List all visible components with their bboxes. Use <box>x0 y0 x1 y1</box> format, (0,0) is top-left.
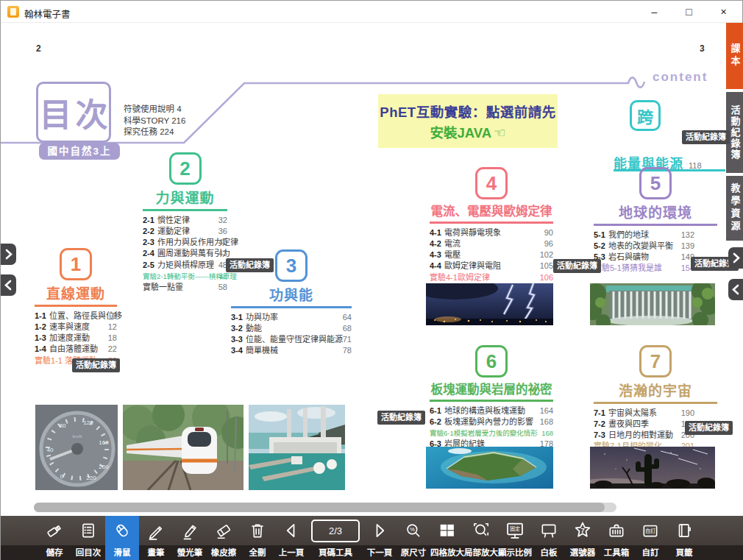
toc-entry[interactable]: 3-1功與功率64 <box>231 312 352 323</box>
page-indicator[interactable]: 2/3 <box>311 520 360 542</box>
maximize-button[interactable]: □ <box>672 1 706 23</box>
chapter-title[interactable]: 浩瀚的宇宙 <box>594 380 717 400</box>
toc-entry[interactable]: 3-2動能68 <box>231 323 352 334</box>
toolbar-page-tabs-button[interactable]: 頁籤 <box>667 516 701 560</box>
toolbar-custom-button[interactable]: 自訂 自訂 <box>633 516 667 560</box>
toc-entry[interactable]: 4-2電流96 <box>430 238 553 249</box>
toc-entry-code: 6-1 <box>430 405 441 417</box>
activity-book-badge[interactable]: 活動紀錄簿 <box>553 259 601 273</box>
toc-entry[interactable]: 2-2運動定律36 <box>143 226 227 237</box>
toc-entry[interactable]: 1-3加速度運動18 <box>35 333 117 344</box>
magnifier-select-icon <box>472 516 491 545</box>
toc-entry[interactable]: 實驗4-1歐姆定律106 <box>430 272 553 283</box>
toolbar-four-pane-zoom-button[interactable]: 四格放大 <box>430 516 464 560</box>
toolbox-icon <box>607 516 626 545</box>
chapter-title[interactable]: 力與運動 <box>143 187 227 207</box>
toolbar-display-ratio-button[interactable]: 固定 顯示比例 <box>498 516 532 560</box>
toc-entry[interactable]: 2-5力矩與槓桿原理48 <box>143 260 227 271</box>
window-controls: – □ × <box>637 1 741 23</box>
marker-pen-icon <box>180 516 199 545</box>
toc-entry[interactable]: 1-1位置、路徑長與位移8 <box>35 311 117 322</box>
toolbar-prev-page-button[interactable]: 上一頁 <box>274 516 308 560</box>
close-button[interactable]: × <box>706 1 741 23</box>
toolbar-toolbox-button[interactable]: 工具箱 <box>600 516 633 560</box>
toc-entry[interactable]: 2-4圓周運動與萬有引力43 <box>143 248 227 259</box>
custom-case-icon: 自訂 <box>641 516 660 545</box>
chapter-title[interactable]: 功與能 <box>231 284 352 304</box>
toc-entry[interactable]: 3-3位能、能量守恆定律與能源71 <box>231 334 352 345</box>
phet-notice-banner[interactable]: PhET互動實驗：點選前請先 安裝JAVA☜ <box>378 94 558 148</box>
tab-textbook[interactable]: 課本 <box>726 23 743 89</box>
activity-book-badge[interactable]: 活動紀錄簿 <box>685 421 733 435</box>
page-flip-button[interactable] <box>1 274 16 296</box>
activity-book-badge[interactable]: 活動紀錄簿 <box>682 130 730 144</box>
toolbar-mouse-button[interactable]: 滑鼠 <box>105 516 139 560</box>
front-matter-item[interactable]: 科學STORY 216 <box>124 116 185 127</box>
toc-entry[interactable]: 4-1電荷與靜電現象90 <box>430 227 553 238</box>
chapter-number-icon: 1 <box>60 248 92 280</box>
horizontal-scrollbar[interactable] <box>34 503 616 512</box>
toc-entry[interactable]: 實驗2-1轉動平衡——槓桿原理52 <box>143 271 227 282</box>
tab-teaching-resources[interactable]: 教學資源 <box>726 176 743 241</box>
toolbar-next-page-button[interactable]: 下一頁 <box>363 516 397 560</box>
page-flip-button[interactable] <box>728 247 743 269</box>
toc-entry[interactable]: 5-3岩石與礦物149 <box>594 252 694 263</box>
front-matter-item[interactable]: 符號使用說明 4 <box>124 104 185 116</box>
chapter-title[interactable]: 板塊運動與岩層的祕密 <box>430 380 553 397</box>
toc-entry[interactable]: 5-2地表的改變與平衡139 <box>594 241 694 252</box>
toc-entry-code: 2-3 <box>143 237 154 248</box>
activity-book-badge[interactable]: 活動紀錄簿 <box>72 358 120 372</box>
toc-entry[interactable]: 7-3日地月的相對運動200 <box>594 430 694 441</box>
toc-entry[interactable]: 1-4自由落體運動22 <box>35 344 117 355</box>
toc-entry[interactable]: 7-2晝夜與四季196 <box>594 419 694 430</box>
scrollbar-thumb[interactable] <box>34 503 605 512</box>
chapter-underline <box>35 305 117 307</box>
toolbar-pen-button[interactable]: 畫筆 <box>139 516 173 560</box>
toolbar-delete-all-button[interactable]: 全刪 <box>241 516 274 560</box>
activity-book-badge[interactable]: 活動紀錄簿 <box>377 411 425 425</box>
chapter-title[interactable]: 直線運動 <box>35 283 117 302</box>
toc-entry-code: 2-2 <box>143 226 154 237</box>
front-matter-item[interactable]: 探究任務 224 <box>124 127 185 138</box>
toc-entry[interactable]: 7-1宇宙與太陽系190 <box>594 408 694 419</box>
toc-entry-page: 71 <box>343 334 352 345</box>
page-flip-button[interactable] <box>1 244 16 265</box>
chapter-title[interactable]: 地球的環境 <box>594 202 717 221</box>
toolbar-partial-zoom-button[interactable]: 局部放大 <box>464 516 498 560</box>
toc-entry-title: 速率與速度 <box>49 322 90 333</box>
toc-entry[interactable]: 5-1我們的地球132 <box>594 230 694 241</box>
toc-entry[interactable]: 實驗6-1模擬岩層受力後的變化情形168 <box>430 428 553 439</box>
toc-entry-title: 日地月的相對運動 <box>608 430 673 441</box>
toc-entry[interactable]: 2-1慣性定律32 <box>143 215 227 226</box>
toolbar-page-number-tool[interactable]: 2/3 頁碼工具 <box>308 516 363 560</box>
toc-entry[interactable]: 4-3電壓102 <box>430 249 553 260</box>
minimize-button[interactable]: – <box>637 1 672 23</box>
toc-entry-title: 功與功率 <box>246 312 278 323</box>
toc-entry-title: 地表的改變與平衡 <box>608 241 673 252</box>
toolbar-highlighter-button[interactable]: 螢光筆 <box>173 516 207 560</box>
toc-entry[interactable]: 6-2板塊運動與內營力的影響168 <box>430 417 553 428</box>
activity-book-badge[interactable]: 活動紀錄簿 <box>226 258 274 272</box>
toc-entry[interactable]: 1-2速率與速度12 <box>35 322 117 333</box>
toolbar-back-to-toc-button[interactable]: 回目次 <box>71 516 105 560</box>
toc-entry[interactable]: 3-4簡單機械78 <box>231 345 352 356</box>
toc-entry[interactable]: 4-4歐姆定律與電阻105 <box>430 260 553 272</box>
toolbar-eraser-button[interactable]: 橡皮擦 <box>207 516 241 560</box>
chapter-7-section: 7 浩瀚的宇宙 7-1宇宙與太陽系1907-2晝夜與四季1967-3日地月的相對… <box>594 345 717 464</box>
toolbar-whiteboard-button[interactable]: 白板 <box>532 516 566 560</box>
toc-entry[interactable]: 實驗5-1猜猜我是誰154 <box>594 263 694 274</box>
toc-entry[interactable]: 6-1地球的構造與板塊運動164 <box>430 405 553 417</box>
toc-entry-page: 90 <box>544 227 553 238</box>
toolbar-original-size-button[interactable]: % 原尺寸 <box>397 516 430 560</box>
front-matter-list: 符號使用說明 4 科學STORY 216 探究任務 224 <box>124 104 185 138</box>
toc-entry-page: 18 <box>108 333 117 344</box>
toc-entry[interactable]: 實驗一點靈58 <box>143 282 227 293</box>
toc-entry[interactable]: 2-3作用力與反作用力定律40 <box>143 237 227 248</box>
toc-entry-title: 運動定律 <box>157 226 190 237</box>
toolbar-number-picker-button[interactable]: 7 選號器 <box>566 516 600 560</box>
flash-drive-icon <box>45 516 64 545</box>
toolbar-save-button[interactable]: 儲存 <box>38 516 71 560</box>
toc-entry-title: 電流 <box>444 238 461 249</box>
eraser-icon <box>214 516 233 545</box>
chapter-title[interactable]: 電流、電壓與歐姆定律 <box>430 202 553 219</box>
